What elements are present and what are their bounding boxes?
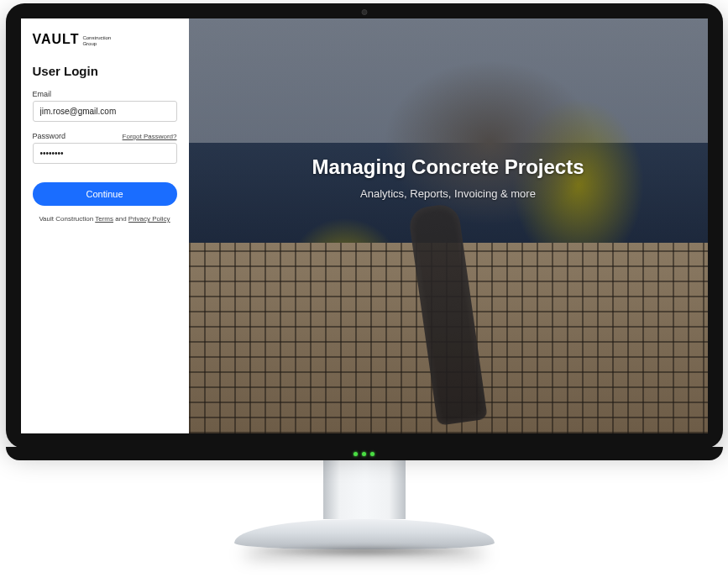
monitor-chin	[6, 447, 723, 460]
email-field[interactable]	[33, 101, 177, 122]
continue-button[interactable]: Continue	[33, 182, 177, 206]
forgot-password-link[interactable]: Forgot Password?	[123, 133, 177, 140]
hero-title: Managing Concrete Projects	[189, 155, 708, 179]
hero-image-panel: Managing Concrete Projects Analytics, Re…	[189, 18, 708, 433]
brand-logo: VAULT Construction Group	[33, 32, 177, 47]
brand-name: VAULT	[33, 32, 80, 47]
privacy-link[interactable]: Privacy Policy	[128, 215, 170, 223]
email-label: Email	[33, 90, 177, 98]
led-indicator-icon	[362, 452, 366, 456]
login-heading: User Login	[33, 64, 177, 78]
hero-copy: Managing Concrete Projects Analytics, Re…	[189, 155, 708, 200]
monitor-stand-base	[234, 519, 495, 549]
monitor-mockup: VAULT Construction Group User Login Emai…	[6, 3, 723, 549]
led-indicator-icon	[370, 452, 374, 456]
terms-link[interactable]: Terms	[95, 215, 113, 223]
password-label: Password	[33, 132, 66, 140]
app-screen: VAULT Construction Group User Login Emai…	[21, 18, 708, 433]
hero-subtitle: Analytics, Reports, Invoicing & more	[189, 187, 708, 200]
legal-text: Vault Construction Terms and Privacy Pol…	[33, 214, 177, 223]
brand-subtitle: Construction Group	[82, 35, 111, 46]
led-indicator-icon	[354, 452, 358, 456]
camera-icon	[361, 9, 367, 15]
password-field[interactable]	[33, 143, 177, 164]
monitor-stand-neck	[323, 460, 406, 519]
login-panel: VAULT Construction Group User Login Emai…	[21, 18, 189, 433]
monitor-bezel: VAULT Construction Group User Login Emai…	[6, 3, 723, 449]
